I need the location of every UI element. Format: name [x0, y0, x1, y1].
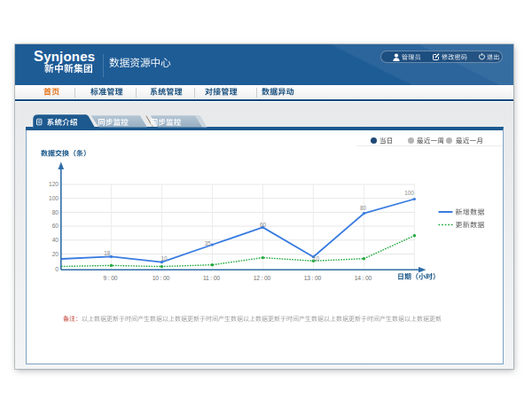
- svg-text:100: 100: [404, 190, 414, 196]
- svg-text:40: 40: [52, 237, 59, 243]
- svg-text:9 : 00: 9 : 00: [103, 275, 117, 281]
- svg-text:20: 20: [52, 251, 59, 257]
- svg-text:10: 10: [313, 255, 320, 262]
- svg-text:0: 0: [55, 266, 59, 272]
- svg-text:100: 100: [49, 195, 59, 201]
- svg-text:80: 80: [360, 205, 367, 211]
- svg-text:12 : 00: 12 : 00: [254, 275, 271, 281]
- svg-text:120: 120: [49, 181, 59, 187]
- svg-text:60: 60: [260, 222, 267, 228]
- svg-text:14 : 00: 14 : 00: [355, 275, 372, 281]
- svg-text:13 : 00: 13 : 00: [304, 275, 322, 281]
- svg-text:80: 80: [52, 209, 59, 215]
- svg-text:10 : 00: 10 : 00: [153, 275, 170, 281]
- svg-text:60: 60: [52, 223, 59, 229]
- svg-text:35: 35: [205, 240, 212, 246]
- svg-text:18: 18: [104, 250, 111, 256]
- svg-text:10: 10: [160, 255, 168, 262]
- svg-text:11 : 00: 11 : 00: [203, 275, 220, 281]
